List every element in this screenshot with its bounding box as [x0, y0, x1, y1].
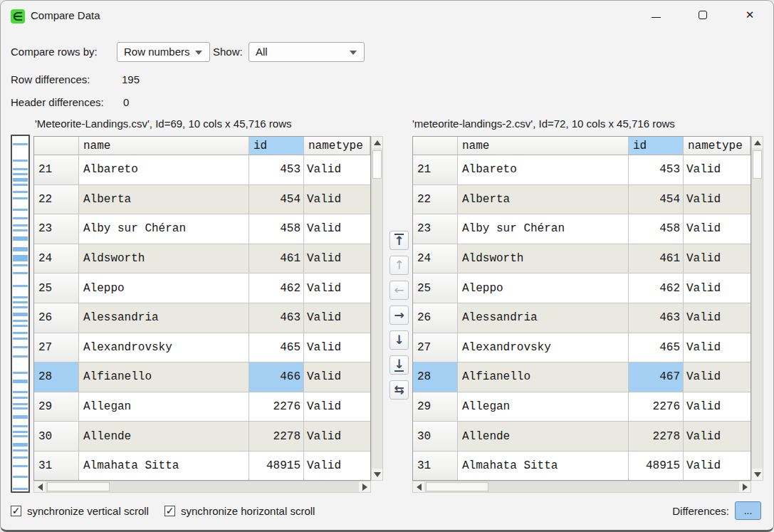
name-cell[interactable]: Almahata Sitta: [458, 452, 629, 481]
column-header-id[interactable]: id: [629, 137, 684, 155]
nametype-cell[interactable]: Valid: [684, 363, 751, 392]
name-cell[interactable]: Allende: [79, 422, 249, 452]
name-cell[interactable]: Alby sur Chéran: [79, 214, 249, 244]
scroll-left-button[interactable]: [413, 481, 424, 492]
name-cell[interactable]: Alessandria: [458, 303, 629, 333]
row-number-cell[interactable]: 28: [34, 363, 79, 392]
column-header-nametype[interactable]: nametype: [684, 137, 751, 155]
id-cell[interactable]: 461: [629, 244, 684, 274]
maximize-button[interactable]: [686, 2, 719, 28]
row-number-cell[interactable]: 30: [413, 422, 458, 452]
nametype-cell[interactable]: Valid: [304, 155, 370, 185]
vertical-scrollbar[interactable]: [371, 136, 383, 481]
copy-to-left-button[interactable]: ←: [389, 281, 409, 300]
id-cell[interactable]: 465: [249, 333, 304, 363]
id-cell[interactable]: 454: [629, 185, 684, 215]
nametype-cell[interactable]: Valid: [684, 333, 751, 363]
id-cell[interactable]: 48915: [249, 452, 304, 481]
last-difference-button[interactable]: ↓: [389, 355, 409, 375]
id-cell[interactable]: 454: [249, 185, 304, 215]
nametype-cell[interactable]: Valid: [684, 303, 751, 333]
row-number-cell[interactable]: 23: [34, 214, 79, 244]
vertical-scroll-thumb[interactable]: [372, 150, 382, 179]
id-cell[interactable]: 462: [249, 273, 304, 303]
synchronize-vertical-scroll-checkbox[interactable]: ✓: [11, 506, 21, 516]
name-cell[interactable]: Allegan: [458, 392, 629, 422]
row-number-cell[interactable]: 25: [34, 273, 79, 303]
nametype-cell[interactable]: Valid: [684, 422, 751, 452]
nametype-cell[interactable]: Valid: [684, 155, 751, 185]
nametype-cell[interactable]: Valid: [684, 214, 751, 244]
id-cell[interactable]: 2278: [249, 422, 304, 452]
row-number-cell[interactable]: 29: [34, 392, 79, 422]
id-cell[interactable]: 2278: [629, 422, 684, 452]
name-cell[interactable]: Aleppo: [458, 273, 629, 303]
row-number-cell[interactable]: 23: [413, 214, 458, 244]
row-number-cell[interactable]: 21: [34, 155, 79, 185]
row-number-cell[interactable]: 31: [413, 452, 458, 481]
scroll-right-button[interactable]: [739, 481, 751, 492]
name-cell[interactable]: Alberta: [458, 185, 629, 215]
row-number-cell[interactable]: 25: [413, 273, 458, 303]
row-number-cell[interactable]: 26: [413, 303, 458, 333]
scroll-right-button[interactable]: [359, 481, 370, 492]
name-cell[interactable]: Allegan: [79, 392, 249, 422]
nametype-cell[interactable]: Valid: [304, 244, 370, 274]
horizontal-scroll-thumb[interactable]: [426, 482, 488, 491]
row-number-cell[interactable]: 24: [413, 244, 458, 274]
row-number-cell[interactable]: 28: [413, 363, 458, 392]
next-difference-button[interactable]: ↓: [389, 330, 409, 350]
id-cell[interactable]: 2276: [629, 392, 684, 422]
difference-map[interactable]: [11, 135, 30, 493]
nametype-cell[interactable]: Valid: [304, 185, 370, 215]
name-cell[interactable]: Alexandrovsky: [458, 333, 629, 363]
row-number-cell[interactable]: 27: [413, 333, 458, 363]
id-cell[interactable]: 461: [249, 244, 304, 274]
id-cell[interactable]: 466: [249, 363, 304, 392]
nametype-cell[interactable]: Valid: [684, 392, 751, 422]
differences-options-button[interactable]: ...: [735, 501, 761, 520]
name-cell[interactable]: Albareto: [79, 155, 249, 185]
id-cell[interactable]: 2276: [249, 392, 304, 422]
name-cell[interactable]: Almahata Sitta: [79, 452, 249, 481]
nametype-cell[interactable]: Valid: [684, 244, 751, 274]
column-header-nametype[interactable]: nametype: [304, 137, 370, 155]
nametype-cell[interactable]: Valid: [304, 273, 370, 303]
nametype-cell[interactable]: Valid: [684, 452, 751, 481]
horizontal-scrollbar[interactable]: [412, 481, 751, 493]
name-cell[interactable]: Alberta: [79, 185, 249, 215]
name-cell[interactable]: Alfianello: [79, 363, 249, 392]
name-cell[interactable]: Alessandria: [79, 303, 249, 333]
id-cell[interactable]: 458: [249, 214, 304, 244]
row-number-cell[interactable]: 24: [34, 244, 79, 274]
scroll-up-button[interactable]: [372, 137, 382, 148]
swap-sides-button[interactable]: ⇆: [389, 380, 409, 400]
name-cell[interactable]: Alfianello: [458, 363, 629, 392]
row-number-cell[interactable]: 29: [413, 392, 458, 422]
nametype-cell[interactable]: Valid: [684, 185, 751, 215]
id-cell[interactable]: 463: [629, 303, 684, 333]
id-cell[interactable]: 463: [249, 303, 304, 333]
close-button[interactable]: ✕: [733, 2, 766, 28]
column-header-rownum[interactable]: [413, 137, 458, 155]
column-header-name[interactable]: name: [458, 137, 629, 155]
scroll-up-button[interactable]: [752, 137, 763, 148]
column-header-rownum[interactable]: [34, 137, 79, 155]
compare-rows-by-combobox[interactable]: Row numbers: [117, 42, 210, 62]
horizontal-scrollbar[interactable]: [33, 481, 371, 493]
column-header-id[interactable]: id: [249, 137, 304, 155]
nametype-cell[interactable]: Valid: [304, 333, 370, 363]
name-cell[interactable]: Aldsworth: [79, 244, 249, 274]
id-cell[interactable]: 48915: [629, 452, 684, 481]
nametype-cell[interactable]: Valid: [304, 392, 370, 422]
nametype-cell[interactable]: Valid: [304, 452, 370, 481]
scroll-down-button[interactable]: [372, 469, 382, 480]
id-cell[interactable]: 458: [629, 214, 684, 244]
id-cell[interactable]: 467: [629, 363, 684, 392]
row-number-cell[interactable]: 26: [34, 303, 79, 333]
horizontal-scroll-thumb[interactable]: [47, 482, 110, 491]
scroll-left-button[interactable]: [34, 481, 46, 492]
name-cell[interactable]: Allende: [458, 422, 629, 452]
row-number-cell[interactable]: 27: [34, 333, 79, 363]
name-cell[interactable]: Aleppo: [79, 273, 249, 303]
